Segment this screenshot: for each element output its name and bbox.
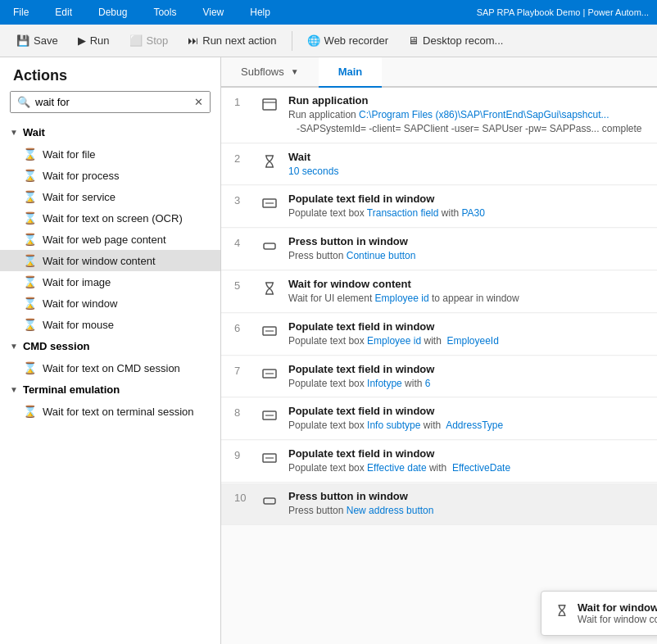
row-content: Run application Run application C:\Progr… [288,94,644,136]
svg-rect-13 [264,498,275,504]
group-wait[interactable]: ▼ Wait [0,121,220,143]
svg-rect-0 [263,99,276,110]
flow-row-9[interactable]: 9 Populate text field in window Populate… [221,441,657,483]
textbox-icon [259,447,280,469]
terminal-icon: ⌛ [23,361,36,374]
menu-bar: File Edit Debug Tools View Help [8,5,275,20]
row-title: Wait for window content [288,278,644,290]
action-label: Wait for mouse [43,319,114,331]
run-next-button[interactable]: ⏭ Run next action [179,31,284,50]
row-title: Populate text field in window [288,405,644,417]
flow-row-10[interactable]: 10 Press button in window Press button N… [221,483,657,525]
desktop-recom-button[interactable]: 🖥 Desktop recom... [400,31,511,50]
action-wait-for-file[interactable]: ⌛ Wait for file [0,143,220,165]
row-desc: Populate text box Info subtype with Addr… [288,419,644,433]
action-wait-for-service[interactable]: ⌛ Wait for service [0,186,220,207]
actions-list: ▼ Wait ⌛ Wait for file ⌛ Wait for proces… [0,121,220,644]
action-wait-for-text-ocr[interactable]: ⌛ Wait for text on screen (OCR) [0,207,220,229]
row-title: Populate text field in window [288,447,644,460]
row-number: 6 [234,320,259,334]
flow-row-5[interactable]: 5 Wait for window content Wait for UI el… [221,271,657,313]
subflows-label: Subflows [241,66,284,78]
tab-subflows[interactable]: Subflows ▼ [221,57,319,88]
group-terminal-label: Terminal emulation [23,383,120,396]
timer-icon: ⌛ [23,233,36,246]
button-icon [259,235,280,256]
group-cmd-session[interactable]: ▼ CMD session [0,335,220,357]
row-content: Press button in window Press button Cont… [288,235,644,263]
toolbar: 💾 Save ▶ Run ⬜ Stop ⏭ Run next action 🌐 … [0,25,657,57]
action-wait-for-window[interactable]: ⌛ Wait for window [0,293,220,314]
terminal-icon: ⌛ [23,405,36,418]
row-title: Run application [288,94,644,107]
flow-row-1[interactable]: 1 Run application Run application C:\Pro… [221,88,657,143]
row-number: 5 [234,278,259,292]
action-wait-for-web[interactable]: ⌛ Wait for web page content [0,229,220,250]
window-icon [259,94,280,116]
flow-row-7[interactable]: 7 Populate text field in window Populate… [221,356,657,398]
web-recorder-button[interactable]: 🌐 Web recorder [299,31,397,50]
tabs-bar: Subflows ▼ Main [221,57,657,88]
spacer [221,526,657,592]
action-wait-for-window-content[interactable]: ⌛ Wait for window content [0,250,220,271]
panel-title: Actions [0,57,220,91]
timer-icon: ⌛ [23,190,36,203]
save-button[interactable]: 💾 Save [8,31,66,50]
row-content: Wait 10 seconds [288,151,644,179]
mini-popup-title: Wait for window content [578,601,657,614]
row-desc: Populate text box Transaction field with… [288,206,644,220]
row-number: 8 [234,405,259,419]
svg-rect-4 [264,243,275,249]
mini-popup: Wait for window content Wait for window … [541,591,657,636]
timer-icon: ⌛ [23,169,36,182]
search-icon: 🔍 [17,96,30,108]
timer-icon: ⌛ [23,147,36,161]
flow-row-2[interactable]: 2 Wait 10 seconds [221,144,657,186]
chevron-down-icon: ▼ [291,67,299,76]
row-number: 4 [234,235,259,249]
main-label: Main [338,66,363,78]
row-title: Populate text field in window [288,363,644,375]
action-label: Wait for web page content [43,234,166,246]
action-wait-for-process[interactable]: ⌛ Wait for process [0,165,220,186]
row-title: Populate text field in window [288,320,644,333]
menu-help[interactable]: Help [245,5,275,20]
row-title: Press button in window [288,235,644,247]
group-terminal[interactable]: ▼ Terminal emulation [0,379,220,401]
toolbar-separator [292,31,292,51]
tab-main[interactable]: Main [319,57,383,88]
action-label: Wait for text on terminal session [43,406,193,418]
menu-tools[interactable]: Tools [148,5,181,20]
timer-icon: ⌛ [23,275,36,288]
action-label: Wait for window [43,297,117,310]
textbox-icon [259,405,280,426]
menu-debug[interactable]: Debug [93,5,132,20]
action-wait-for-mouse[interactable]: ⌛ Wait for mouse [0,314,220,335]
menu-file[interactable]: File [8,5,34,20]
run-button[interactable]: ▶ Run [70,31,118,50]
row-number: 1 [234,94,259,108]
right-panel: Subflows ▼ Main 1 Run application Run ap… [221,57,657,644]
row-content: Populate text field in window Populate t… [288,193,644,220]
web-recorder-icon: 🌐 [307,34,320,47]
flow-row-6[interactable]: 6 Populate text field in window Populate… [221,314,657,356]
textbox-icon [259,320,280,342]
flow-row-3[interactable]: 3 Populate text field in window Populate… [221,186,657,228]
action-wait-for-image[interactable]: ⌛ Wait for image [0,271,220,293]
search-input[interactable] [11,92,210,112]
flow-row-8[interactable]: 8 Populate text field in window Populate… [221,398,657,440]
stop-button[interactable]: ⬜ Stop [121,31,177,50]
stop-label: Stop [147,34,169,47]
timer-icon: ⌛ [23,254,36,267]
row-title: Wait [288,151,644,163]
run-label: Run [90,34,110,47]
menu-edit[interactable]: Edit [50,5,77,20]
menu-view[interactable]: View [197,5,229,20]
stop-icon: ⬜ [129,34,143,47]
action-wait-cmd[interactable]: ⌛ Wait for text on CMD session [0,357,220,379]
flow-row-4[interactable]: 4 Press button in window Press button Co… [221,229,657,270]
run-next-icon: ⏭ [188,34,198,47]
clear-search-icon[interactable]: ✕ [194,96,203,108]
action-label: Wait for file [43,148,96,161]
action-wait-terminal[interactable]: ⌛ Wait for text on terminal session [0,401,220,422]
